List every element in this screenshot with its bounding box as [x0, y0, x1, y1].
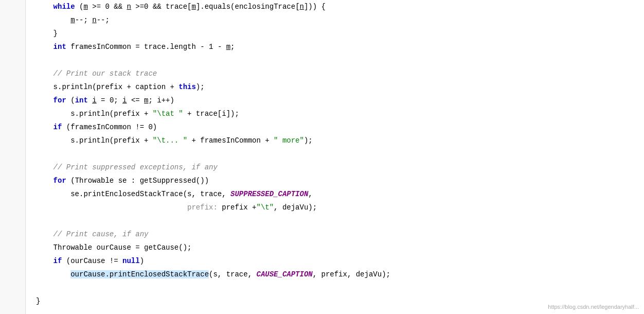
code-token: <=	[127, 96, 145, 104]
code-token: framesInCommon = trace.length - 1 -	[66, 43, 226, 51]
code-token	[36, 177, 53, 185]
code-token	[36, 43, 53, 51]
code-token	[36, 96, 53, 104]
code-token: s.println(prefix +	[36, 110, 153, 118]
code-token	[36, 203, 187, 212]
code-container: while (m >= 0 && n >=0 && trace[m].equal…	[0, 0, 644, 314]
watermark: https://blog.csdn.net/legendaryhalf...	[548, 304, 639, 310]
code-line	[36, 147, 644, 161]
code-token: ; i++)	[149, 96, 174, 104]
code-token: >=0 && trace[	[131, 3, 192, 11]
code-line: s.println(prefix + "\t... " + framesInCo…	[36, 134, 644, 147]
code-token: );	[304, 136, 313, 145]
underlined-var: i	[92, 96, 96, 104]
code-line: if (ourCause != null)	[36, 254, 644, 268]
code-token: = 0;	[97, 96, 122, 104]
code-token-const-name: SUPPRESSED_CAPTION	[230, 190, 308, 198]
code-token: )	[140, 257, 144, 265]
code-token-str: " more"	[274, 136, 304, 145]
code-token-comment: // Print cause, if any	[36, 230, 148, 238]
code-token-kw: int	[75, 96, 88, 104]
underlined-var: m	[83, 3, 87, 11]
code-token-kw: if	[53, 123, 62, 131]
underlined-var: m	[144, 96, 148, 104]
code-token-str: "\tat "	[153, 110, 183, 118]
code-token: >= 0 &&	[88, 3, 127, 11]
underlined-var: n	[300, 3, 304, 11]
code-line: // Print suppressed exceptions, if any	[36, 161, 644, 174]
code-line: prefix: prefix +"\t", dejaVu);	[36, 201, 644, 214]
code-token: + framesInCommon +	[187, 136, 274, 145]
code-line: Throwable ourCause = getCause();	[36, 241, 644, 254]
line-numbers	[0, 0, 26, 314]
code-token: se.printEnclosedStackTrace(s, trace,	[36, 190, 230, 198]
underlined-var: m	[226, 43, 230, 51]
code-line: for (Throwable se : getSuppressed())	[36, 174, 644, 187]
code-token-comment: // Print our stack trace	[36, 69, 157, 78]
code-token: --;	[97, 16, 110, 24]
code-line: }	[36, 27, 644, 40]
code-token	[88, 96, 92, 104]
code-token: (ourCause !=	[62, 257, 122, 265]
code-token-kw: int	[53, 43, 66, 51]
code-token: );	[196, 83, 205, 91]
code-line: while (m >= 0 && n >=0 && trace[m].equal…	[36, 0, 644, 13]
code-token-str: "\t"	[257, 203, 274, 212]
code-token: prefix +	[218, 203, 257, 212]
code-token: }	[36, 29, 58, 38]
code-token	[36, 257, 53, 265]
code-token: , prefix, dejaVu);	[313, 270, 390, 278]
code-token	[36, 123, 53, 131]
code-token: + trace[i]);	[183, 110, 239, 118]
code-area[interactable]: while (m >= 0 && n >=0 && trace[m].equal…	[26, 0, 644, 314]
code-token-kw: for	[53, 96, 66, 104]
code-token-kw: while	[53, 3, 75, 11]
code-token-str: "\t... "	[153, 136, 187, 145]
underlined-var: n	[127, 3, 131, 11]
code-token-kw: for	[53, 177, 66, 185]
code-token: (Throwable se : getSuppressed())	[66, 177, 209, 185]
underlined-var: i	[122, 96, 127, 104]
code-line: int framesInCommon = trace.length - 1 - …	[36, 40, 644, 54]
code-line: for (int i = 0; i <= m; i++)	[36, 94, 644, 107]
code-token: , dejaVu);	[274, 203, 317, 212]
underlined-var: n	[92, 16, 96, 24]
code-line: m--; n--;	[36, 13, 644, 27]
code-token-kw: if	[53, 257, 62, 265]
code-token	[36, 16, 70, 24]
code-token-kw: null	[122, 257, 140, 265]
code-line: s.println(prefix + caption + this);	[36, 80, 644, 94]
highlighted-method: ourCause.printEnclosedStackTrace	[70, 270, 209, 278]
code-line: ourCause.printEnclosedStackTrace(s, trac…	[36, 268, 644, 281]
code-token	[36, 270, 70, 278]
code-token: --;	[75, 16, 93, 24]
code-line: // Print cause, if any	[36, 228, 644, 241]
code-token: (	[66, 96, 75, 104]
code-token: s.println(prefix + caption +	[36, 83, 178, 91]
code-token: ].equals(enclosingTrace[	[196, 3, 300, 11]
code-line: if (framesInCommon != 0)	[36, 120, 644, 134]
code-token: ;	[230, 43, 235, 51]
underlined-var: m	[192, 3, 196, 11]
code-token: (framesInCommon != 0)	[62, 123, 157, 131]
code-token: Throwable ourCause = getCause();	[36, 243, 191, 252]
code-line: s.println(prefix + "\tat " + trace[i]);	[36, 107, 644, 120]
code-line: se.printEnclosedStackTrace(s, trace, SUP…	[36, 187, 644, 201]
code-token-param-hint: prefix:	[187, 203, 218, 212]
code-token: }	[36, 297, 40, 305]
code-token: s.println(prefix +	[36, 136, 153, 145]
code-token: (	[75, 3, 84, 11]
code-line: // Print our stack trace	[36, 67, 644, 80]
code-token: ,	[308, 190, 312, 198]
code-line	[36, 281, 644, 294]
code-token-const-name: CAUSE_CAPTION	[256, 270, 312, 278]
code-token-kw: this	[178, 83, 196, 91]
code-line	[36, 214, 644, 228]
code-token	[36, 3, 53, 11]
underlined-var: m	[70, 16, 75, 24]
code-line	[36, 54, 644, 67]
code-token-comment: // Print suppressed exceptions, if any	[36, 163, 218, 171]
code-token: (s, trace,	[209, 270, 256, 278]
code-token: ])) {	[304, 3, 326, 11]
